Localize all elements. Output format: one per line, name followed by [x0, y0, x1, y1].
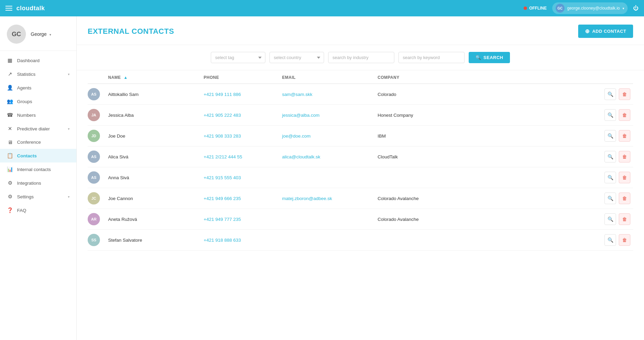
delete-contact-button[interactable]: 🗑 [619, 151, 630, 162]
sidebar-item-label: Settings [17, 194, 34, 199]
plus-icon: ⊕ [585, 28, 590, 34]
trash-icon: 🗑 [622, 91, 627, 97]
contact-name: Aneta Ružová [108, 217, 204, 222]
country-select[interactable]: select country [269, 52, 324, 63]
sidebar-item-groups[interactable]: 👥 Groups [0, 95, 76, 108]
filter-bar: select tag select country 🔍 SEARCH [77, 45, 644, 70]
contact-email: joe@doe.com [282, 133, 378, 139]
contact-name: Stefan Salvatore [108, 238, 204, 243]
dashboard-icon: ▦ [7, 57, 13, 63]
search-icon: 🔍 [608, 133, 613, 139]
settings-icon: ⚙ [7, 194, 13, 200]
col-company: COMPANY [378, 75, 473, 80]
sidebar-item-label: Groups [17, 99, 32, 104]
conference-icon: 🖥 [7, 139, 13, 145]
power-icon[interactable]: ⏻ [633, 5, 639, 11]
sidebar-item-dashboard[interactable]: ▦ Dashboard [0, 54, 76, 67]
sidebar-item-conference[interactable]: 🖥 Conference [0, 136, 76, 149]
contacts-icon: 📋 [7, 153, 13, 159]
delete-contact-button[interactable]: 🗑 [619, 234, 630, 246]
sidebar-item-predictive-dialer[interactable]: ✕ Predictive dialer ▾ [0, 122, 76, 136]
contact-phone: +421 949 111 886 [204, 92, 282, 97]
table-row: JC Joe Cannon +421 949 666 235 matej.zbo… [88, 188, 633, 209]
user-email: george.clooney@cloudtalk.io [567, 6, 620, 11]
sidebar-item-settings[interactable]: ⚙ Settings ▾ [0, 190, 76, 203]
delete-contact-button[interactable]: 🗑 [619, 130, 630, 142]
contacts-table: NAME ▲ PHONE EMAIL COMPANY AS Aittokalli… [77, 70, 644, 251]
chevron-down-icon: ▾ [68, 195, 70, 199]
table-body: AS Aittokallio Sam +421 949 111 886 sam@… [88, 84, 633, 251]
table-row: JD Joe Doe +421 908 333 283 joe@doe.com … [88, 126, 633, 146]
delete-contact-button[interactable]: 🗑 [619, 193, 630, 204]
view-contact-button[interactable]: 🔍 [604, 213, 616, 225]
contact-phone: +421 2/212 444 55 [204, 154, 282, 159]
trash-icon: 🗑 [622, 216, 627, 222]
sidebar-item-numbers[interactable]: ☎ Numbers [0, 108, 76, 122]
delete-contact-button[interactable]: 🗑 [619, 172, 630, 183]
col-email: EMAIL [282, 75, 378, 80]
avatar: JA [88, 109, 100, 121]
view-contact-button[interactable]: 🔍 [604, 109, 616, 121]
search-icon: 🔍 [608, 91, 613, 97]
chevron-down-icon: ▾ [623, 6, 624, 10]
contact-name: Joe Doe [108, 133, 204, 139]
delete-contact-button[interactable]: 🗑 [619, 109, 630, 121]
sidebar-item-label: Dashboard [17, 58, 40, 63]
status-label: OFFLINE [529, 6, 546, 11]
sidebar-item-internal-contacts[interactable]: 📊 Internal contacts [0, 162, 76, 176]
contact-phone: +421 905 222 483 [204, 113, 282, 118]
avatar: JC [88, 192, 100, 204]
delete-contact-button[interactable]: 🗑 [619, 213, 630, 225]
row-actions: 🔍 🗑 [473, 213, 633, 225]
search-icon: 🔍 [608, 175, 613, 180]
view-contact-button[interactable]: 🔍 [604, 130, 616, 142]
sort-arrow-icon: ▲ [123, 75, 128, 80]
contact-company: Colorado [378, 92, 473, 97]
avatar: SS [88, 234, 100, 246]
contact-name: Anna Sivá [108, 175, 204, 180]
table-row: AR Aneta Ružová +421 949 777 235 Colorad… [88, 209, 633, 230]
row-actions: 🔍 🗑 [473, 109, 633, 121]
industry-search-input[interactable] [328, 52, 394, 63]
view-contact-button[interactable]: 🔍 [604, 151, 616, 162]
contact-name: Aittokallio Sam [108, 92, 204, 97]
row-actions: 🔍 🗑 [473, 151, 633, 162]
sidebar-item-label: Conference [17, 140, 41, 145]
view-contact-button[interactable]: 🔍 [604, 172, 616, 183]
add-contact-button[interactable]: ⊕ ADD CONTACT [578, 25, 633, 38]
sidebar-item-agents[interactable]: 👤 Agents [0, 81, 76, 95]
sidebar-item-contacts[interactable]: 📋 Contacts [0, 149, 76, 162]
hamburger-menu[interactable] [5, 6, 12, 11]
contact-phone: +421 908 333 283 [204, 133, 282, 139]
phone-icon: ☎ [7, 112, 13, 118]
sidebar-item-integrations[interactable]: ⚙ Integrations [0, 176, 76, 190]
profile-name[interactable]: George ▾ [31, 31, 51, 37]
delete-contact-button[interactable]: 🗑 [619, 88, 630, 100]
sidebar-item-label: FAQ [17, 208, 26, 213]
chevron-down-icon: ▾ [68, 72, 70, 76]
tag-select[interactable]: select tag [211, 52, 265, 63]
trash-icon: 🗑 [622, 196, 627, 201]
view-contact-button[interactable]: 🔍 [604, 193, 616, 204]
search-button[interactable]: 🔍 SEARCH [469, 52, 510, 63]
search-icon: 🔍 [608, 237, 613, 243]
sidebar-item-statistics[interactable]: ↗ Statistics ▾ [0, 67, 76, 81]
groups-icon: 👥 [7, 98, 13, 104]
sidebar-item-faq[interactable]: ❓ FAQ [0, 203, 76, 217]
user-menu[interactable]: GC george.clooney@cloudtalk.io ▾ [552, 2, 628, 14]
contact-phone: +421 918 888 633 [204, 238, 282, 243]
contact-phone: +421 949 777 235 [204, 217, 282, 222]
row-actions: 🔍 🗑 [473, 172, 633, 183]
topbar: cloudtalk OFFLINE GC george.clooney@clou… [0, 0, 644, 16]
view-contact-button[interactable]: 🔍 [604, 234, 616, 246]
view-contact-button[interactable]: 🔍 [604, 88, 616, 100]
contact-company: CloudTalk [378, 154, 473, 159]
contact-company: IBM [378, 133, 473, 139]
contact-email: matej.zboron@adbee.sk [282, 196, 378, 201]
contact-avatar-cell: AS [88, 88, 108, 100]
col-name[interactable]: NAME ▲ [108, 75, 204, 80]
keyword-search-input[interactable] [398, 52, 465, 63]
app-logo: cloudtalk [16, 5, 45, 12]
contact-phone: +421 949 666 235 [204, 196, 282, 201]
trash-icon: 🗑 [622, 154, 627, 159]
